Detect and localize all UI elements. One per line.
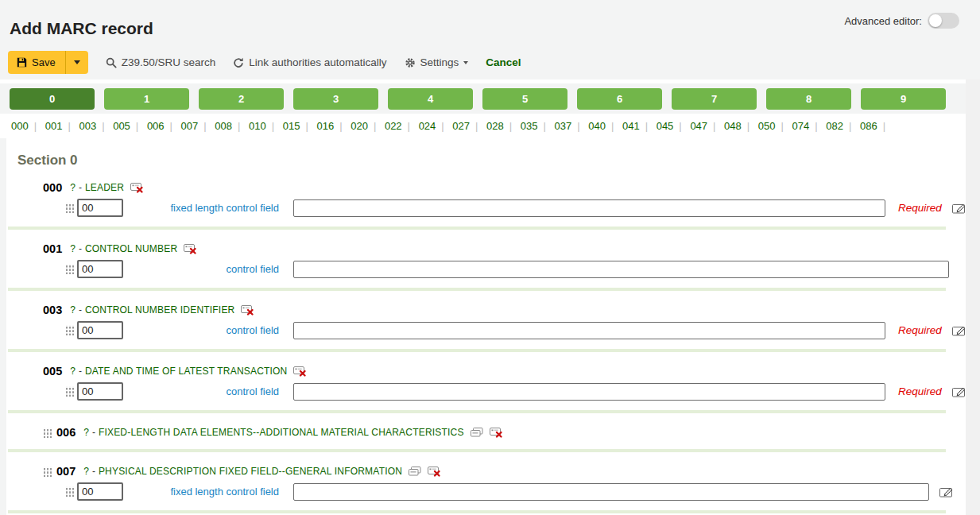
tag-quicklink-027[interactable]: 027 <box>452 120 470 132</box>
drag-handle[interactable] <box>65 486 74 497</box>
tag-quicklink-050[interactable]: 050 <box>758 120 776 132</box>
scrollbar-track[interactable] <box>966 79 980 515</box>
indicator-input[interactable] <box>77 321 123 339</box>
drag-handle[interactable] <box>43 467 52 477</box>
quicklink-divider: | <box>815 120 817 132</box>
tag-quicklink-000[interactable]: 000 <box>11 120 29 132</box>
tag-quicklink-037[interactable]: 037 <box>555 120 572 132</box>
tag-help-link[interactable]: ? <box>83 427 89 438</box>
subfield-value-input[interactable] <box>293 483 929 501</box>
tag-quicklink-040[interactable]: 040 <box>588 120 606 132</box>
section-tab-9[interactable]: 9 <box>861 88 946 110</box>
indicator-input[interactable] <box>77 199 123 217</box>
open-editor-icon[interactable] <box>952 325 966 336</box>
section-tab-1[interactable]: 1 <box>104 88 189 110</box>
tag-quicklink-024[interactable]: 024 <box>419 120 436 132</box>
subfield-label-link[interactable]: fixed length control field <box>170 486 279 498</box>
settings-dropdown[interactable]: Settings <box>405 56 469 68</box>
tag-quicklink-003[interactable]: 003 <box>79 120 96 132</box>
subfield-value-input[interactable] <box>293 383 885 401</box>
tag-quicklink-008[interactable]: 008 <box>215 120 232 132</box>
cancel-button[interactable]: Cancel <box>486 56 521 68</box>
drag-handle[interactable] <box>65 203 74 213</box>
tag-quicklink-074[interactable]: 074 <box>792 120 810 132</box>
drag-handle[interactable] <box>65 325 74 335</box>
tag-quicklink-035[interactable]: 035 <box>521 120 538 132</box>
tag-help-link[interactable]: ? <box>70 304 76 316</box>
tag-quicklink-082[interactable]: 082 <box>826 120 843 132</box>
section-tab-0[interactable]: 0 <box>10 88 95 110</box>
drag-handle[interactable] <box>43 428 52 438</box>
tag-quicklink-041[interactable]: 041 <box>622 120 640 132</box>
delete-tag-icon[interactable] <box>490 428 503 438</box>
tag-quicklink-item: 045| <box>657 120 688 132</box>
save-button[interactable]: Save <box>8 51 66 74</box>
tag-quicklink-006[interactable]: 006 <box>147 120 165 132</box>
clone-tag-icon[interactable] <box>471 428 483 437</box>
tag-quicklink-045[interactable]: 045 <box>657 120 674 132</box>
quicklink-divider: | <box>475 120 478 132</box>
tag-quicklink-022[interactable]: 022 <box>385 120 402 132</box>
tag-quicklink-028[interactable]: 028 <box>486 120 504 132</box>
drag-handle[interactable] <box>65 386 74 397</box>
section-tab-8[interactable]: 8 <box>766 88 851 110</box>
tag-name-link[interactable]: CONTROL NUMBER IDENTIFIER <box>85 304 235 316</box>
tag-name-link[interactable]: DATE AND TIME OF LATEST TRANSACTION <box>85 366 288 377</box>
section-tab-3[interactable]: 3 <box>293 88 378 110</box>
tag-quicklink-001[interactable]: 001 <box>45 120 63 132</box>
tag-help-link[interactable]: ? <box>83 466 89 477</box>
clone-tag-icon[interactable] <box>409 467 421 476</box>
tag-name-link[interactable]: PHYSICAL DESCRIPTION FIXED FIELD--GENERA… <box>99 466 402 477</box>
tag-quicklink-016[interactable]: 016 <box>316 120 334 132</box>
tag-quicklink-005[interactable]: 005 <box>113 120 130 132</box>
tag-name-link[interactable]: FIXED-LENGTH DATA ELEMENTS--ADDITIONAL M… <box>99 427 464 438</box>
subfield-value-input[interactable] <box>293 199 885 217</box>
open-editor-icon[interactable] <box>939 486 954 498</box>
marc-field-005: 005 ? - DATE AND TIME OF LATEST TRANSACT… <box>17 364 980 413</box>
tag-name-link[interactable]: LEADER <box>85 182 124 193</box>
delete-tag-icon[interactable] <box>184 244 197 254</box>
tag-quicklink-010[interactable]: 010 <box>249 120 266 132</box>
quicklink-divider: | <box>136 120 138 132</box>
delete-tag-icon[interactable] <box>428 467 441 477</box>
tag-help-link[interactable]: ? <box>70 182 76 193</box>
save-dropdown-button[interactable] <box>66 51 88 74</box>
tag-quicklink-020[interactable]: 020 <box>351 120 368 132</box>
z3950-search-button[interactable]: Z39.50/SRU search <box>106 56 216 68</box>
subfield-value-input[interactable] <box>293 322 885 339</box>
tag-quicklink-048[interactable]: 048 <box>724 120 742 132</box>
tag-quicklink-047[interactable]: 047 <box>690 120 707 132</box>
quicklink-divider: | <box>577 120 579 132</box>
subfield-label-link[interactable]: control field <box>227 324 279 336</box>
tag-line: 006 ? - FIXED-LENGTH DATA ELEMENTS--ADDI… <box>43 425 980 439</box>
indicator-input[interactable] <box>77 260 123 278</box>
tag-name-link[interactable]: CONTROL NUMBER <box>85 243 177 254</box>
link-authorities-button[interactable]: Link authorities automatically <box>233 56 386 68</box>
tag-help-link[interactable]: ? <box>70 366 76 377</box>
delete-tag-icon[interactable] <box>130 183 144 193</box>
quicklink-divider: | <box>34 120 37 132</box>
section-tab-4[interactable]: 4 <box>388 88 473 110</box>
indicator-input[interactable] <box>77 382 123 401</box>
tag-quicklink-item: 015| <box>283 120 314 132</box>
delete-tag-icon[interactable] <box>293 366 307 377</box>
section-tab-5[interactable]: 5 <box>482 88 567 110</box>
tag-quicklink-007[interactable]: 007 <box>181 120 199 132</box>
section-tab-2[interactable]: 2 <box>199 88 284 110</box>
tag-quicklink-086[interactable]: 086 <box>860 120 877 132</box>
tag-help-link[interactable]: ? <box>70 243 76 254</box>
tag-quicklink-item: 003| <box>79 120 110 132</box>
subfield-value-input[interactable] <box>293 261 949 278</box>
subfield-label-link[interactable]: fixed length control field <box>170 202 279 214</box>
tag-quicklink-015[interactable]: 015 <box>283 120 300 132</box>
section-tab-6[interactable]: 6 <box>577 88 662 110</box>
indicator-input[interactable] <box>77 482 123 501</box>
delete-tag-icon[interactable] <box>241 305 254 316</box>
section-tab-7[interactable]: 7 <box>672 88 757 110</box>
drag-handle[interactable] <box>65 264 74 274</box>
open-editor-icon[interactable] <box>952 386 966 397</box>
advanced-editor-toggle[interactable] <box>928 13 959 29</box>
open-editor-icon[interactable] <box>952 203 966 214</box>
subfield-label-link[interactable]: control field <box>227 385 279 397</box>
subfield-label-link[interactable]: control field <box>227 263 279 275</box>
